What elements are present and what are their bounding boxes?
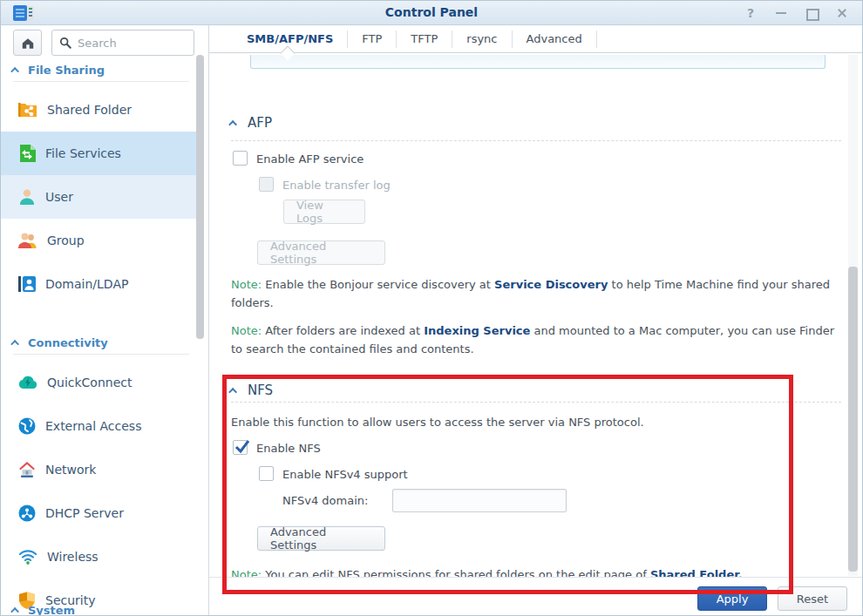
home-icon: [21, 37, 35, 50]
sidebar-section-system[interactable]: System: [13, 604, 75, 616]
tab-tftp[interactable]: TFTP: [397, 30, 452, 48]
minimize-icon[interactable]: [775, 7, 787, 19]
shared-folder-icon: [18, 102, 37, 118]
tab-advanced[interactable]: Advanced: [513, 30, 597, 48]
user-icon: [18, 188, 36, 206]
close-icon[interactable]: [836, 7, 848, 19]
footer-bar: Apply Reset: [209, 577, 863, 616]
sidebar-item-network[interactable]: Network: [1, 448, 196, 491]
sidebar-item-group[interactable]: Group: [1, 219, 196, 262]
afp-section-header[interactable]: AFP: [231, 115, 272, 131]
nfs-section-highlight-box: [222, 375, 793, 594]
apply-button[interactable]: Apply: [697, 586, 767, 611]
nfs-description: Enable this function to allow users to a…: [231, 413, 843, 431]
enable-afp-service-label: Enable AFP service: [256, 152, 364, 166]
search-input[interactable]: [78, 37, 180, 50]
sidebar-section-connectivity[interactable]: Connectivity: [13, 336, 108, 349]
domain-ldap-icon: [18, 275, 36, 293]
afp-indexing-note: Note: After folders are indexed at Index…: [231, 322, 843, 358]
home-button[interactable]: [13, 30, 42, 56]
divider: [13, 81, 189, 82]
partially-scrolled-panel: [250, 55, 826, 69]
nfs-section-header[interactable]: NFS: [231, 382, 273, 398]
sidebar-item-label: User: [45, 190, 73, 204]
network-icon: [18, 461, 36, 478]
view-logs-button[interactable]: View Logs: [283, 200, 365, 224]
group-icon: [18, 232, 37, 249]
sidebar-item-label: DHCP Server: [45, 506, 124, 520]
tab-ftp[interactable]: FTP: [348, 30, 397, 48]
search-box: [51, 30, 194, 56]
enable-afp-service-checkbox[interactable]: [233, 151, 248, 166]
sidebar-item-label: Network: [45, 463, 96, 477]
quickconnect-icon: [18, 376, 37, 389]
sidebar-item-external-access[interactable]: External Access: [1, 404, 196, 448]
enable-transfer-log-label: Enable transfer log: [282, 179, 391, 192]
sidebar-item-label: Domain/LDAP: [45, 277, 128, 291]
tab-rsync[interactable]: rsync: [452, 30, 512, 48]
sidebar-item-dhcp-server[interactable]: DHCP Server: [1, 491, 196, 535]
tabbar: SMB/AFP/NFS FTP TFTP rsync Advanced: [209, 25, 863, 53]
chevron-up-icon: [10, 340, 19, 349]
enable-nfs-checkbox[interactable]: [233, 440, 248, 455]
main-panel: SMB/AFP/NFS FTP TFTP rsync Advanced AFP …: [208, 25, 863, 616]
sidebar: File Sharing Shared Folder File Service: [1, 25, 208, 616]
collapse-afp-icon: [228, 119, 237, 128]
enable-nfsv4-label: Enable NFSv4 support: [282, 468, 408, 481]
sidebar-item-label: Group: [47, 234, 85, 247]
sidebar-item-file-services[interactable]: File Services: [1, 132, 196, 175]
nfs-advanced-settings-button[interactable]: Advanced Settings: [257, 526, 385, 551]
enable-transfer-log-checkbox[interactable]: [259, 177, 274, 192]
search-icon: [59, 37, 71, 49]
sidebar-item-label: External Access: [45, 419, 141, 433]
sidebar-item-quickconnect[interactable]: QuickConnect: [1, 361, 196, 404]
external-access-icon: [18, 417, 36, 435]
sidebar-item-label: QuickConnect: [47, 376, 132, 389]
titlebar: Control Panel ?: [1, 1, 862, 25]
indexing-service-link[interactable]: Indexing Service: [424, 324, 530, 337]
nfsv4-domain-input[interactable]: [392, 489, 567, 512]
control-panel-window: Control Panel ? File Sharing: [0, 0, 863, 616]
afp-advanced-settings-button[interactable]: Advanced Settings: [257, 240, 385, 265]
maximize-icon[interactable]: [805, 7, 818, 19]
sidebar-item-domain-ldap[interactable]: Domain/LDAP: [1, 262, 196, 306]
sidebar-scrollbar[interactable]: [196, 55, 204, 339]
sidebar-item-shared-folder[interactable]: Shared Folder: [1, 88, 196, 132]
tab-smb-afp-nfs[interactable]: SMB/AFP/NFS: [233, 30, 348, 48]
service-discovery-link[interactable]: Service Discovery: [494, 278, 608, 291]
sidebar-item-user[interactable]: User: [1, 175, 196, 219]
sidebar-item-label: File Services: [45, 146, 121, 160]
divider: [231, 402, 841, 403]
sidebar-section-file-sharing[interactable]: File Sharing: [13, 64, 105, 77]
dhcp-server-icon: [18, 504, 36, 522]
chevron-up-icon: [10, 67, 19, 76]
collapse-nfs-icon: [228, 387, 237, 396]
enable-nfsv4-checkbox[interactable]: [259, 466, 274, 481]
sidebar-item-label: Shared Folder: [47, 103, 132, 117]
content-scroll-area: AFP Enable AFP service Enable transfer l…: [209, 54, 863, 601]
afp-bonjour-note: Note: Enable the Bonjour service discove…: [231, 275, 843, 312]
reset-button[interactable]: Reset: [778, 586, 847, 611]
file-services-icon: [18, 145, 36, 162]
enable-nfs-label: Enable NFS: [256, 442, 321, 455]
sidebar-item-label: Wireless: [47, 550, 99, 564]
wireless-icon: [18, 549, 37, 565]
sidebar-item-wireless[interactable]: Wireless: [1, 535, 196, 579]
nfsv4-domain-label: NFSv4 domain:: [282, 494, 368, 507]
divider: [231, 140, 841, 141]
content-scrollbar-thumb[interactable]: [848, 267, 858, 572]
divider: [13, 354, 189, 355]
help-icon[interactable]: ?: [744, 7, 757, 19]
window-title: Control Panel: [1, 5, 862, 19]
